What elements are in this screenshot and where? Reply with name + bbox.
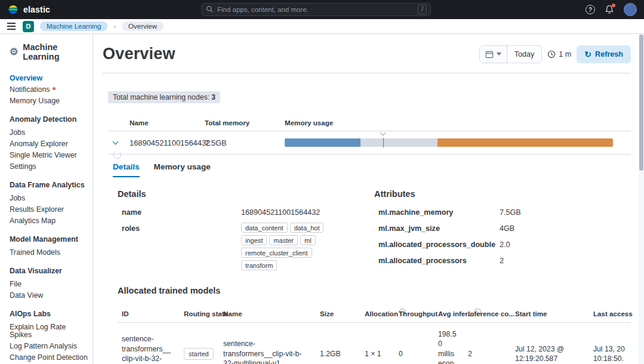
model-id: sentence-transformers__clip-vit-b-32-mul… <box>118 328 180 364</box>
sidebar-title-label: Machine Learning <box>23 42 89 61</box>
col-routing-state[interactable]: Routing state <box>180 306 219 322</box>
attr-term: ml.max_jvm_size <box>374 224 500 233</box>
node-roles: data_content data_hot ingest master ml r… <box>241 223 349 270</box>
user-avatar[interactable] <box>624 3 637 16</box>
role-badge: master <box>269 235 298 245</box>
model-avg-inference: 198.50 milliseconds <box>434 323 464 364</box>
breadcrumb-bar: D Machine Learning › Overview <box>0 19 644 34</box>
col-allocation[interactable]: Allocation <box>360 305 395 322</box>
scrollbar-thumb[interactable] <box>639 35 643 171</box>
model-last-access: Jul 13, 20 10:18:50. <box>589 338 631 364</box>
space-avatar[interactable]: D <box>23 21 34 32</box>
col-last-access[interactable]: Last access <box>589 306 639 322</box>
notifications-icon[interactable] <box>605 5 614 14</box>
attr-term: ml.allocated_processors <box>374 257 500 265</box>
collapse-node-row-button[interactable] <box>108 135 122 150</box>
notifications-unread-dot <box>53 87 56 90</box>
sidebar-item-change-point-detection[interactable]: Change Point Detection <box>10 354 89 362</box>
ml-side-nav: Machine Learning Overview Notifications … <box>0 34 93 364</box>
jvm-limit-marker-icon <box>380 130 386 136</box>
col-size[interactable]: Size <box>316 306 360 322</box>
sidebar-section-anomaly-detection: Anomaly Detection <box>10 115 89 124</box>
sidebar-item-log-pattern-analysis[interactable]: Log Pattern Analysis <box>10 343 89 350</box>
machine-learning-app-icon <box>10 47 18 57</box>
nodes-table-header: Name Total memory Memory usage <box>108 115 631 131</box>
brand-name: elastic <box>23 5 50 14</box>
model-row: sentence-transformers__clip-vit-b-32-mul… <box>118 323 631 364</box>
elastic-logo-icon <box>7 4 19 16</box>
page-title: Overview <box>103 45 175 63</box>
hamburger-menu-icon[interactable] <box>7 26 16 27</box>
refresh-button[interactable]: Refresh <box>577 45 631 63</box>
page-scrollbar <box>639 34 644 364</box>
help-icon[interactable] <box>586 5 595 14</box>
details-heading: Details <box>118 189 374 199</box>
global-header: elastic / <box>0 0 644 19</box>
total-nodes-badge: Total machine learning nodes: 3 <box>108 91 220 103</box>
model-name: sentence-transformers__clip-vit-b-32-mul… <box>219 332 316 364</box>
memory-usage-bar <box>285 138 613 147</box>
details-term-roles: roles <box>118 224 241 270</box>
attr-value: 2.0 <box>500 240 631 249</box>
memory-segment-free <box>360 138 437 147</box>
model-allocation: 1 × 1 <box>360 343 395 364</box>
sidebar-item-single-metric-viewer[interactable]: Single Metric Viewer <box>10 152 89 159</box>
attr-value: 7.5GB <box>500 208 631 217</box>
attr-term: ml.allocated_processors_double <box>374 240 500 249</box>
breadcrumb-separator-icon: › <box>113 23 116 30</box>
col-id[interactable]: ID <box>118 306 180 322</box>
breadcrumb-overview: Overview <box>122 21 164 31</box>
sidebar-section-model-management: Model Management <box>10 235 89 243</box>
sidebar-item-trained-models[interactable]: Trained Models <box>10 249 89 257</box>
jvm-limit-marker-line <box>383 138 384 147</box>
auto-refresh-interval[interactable]: 1 m <box>547 50 571 58</box>
search-shortcut-key: / <box>418 5 427 14</box>
col-total-memory: Total memory <box>205 115 285 131</box>
sidebar-item-dfa-jobs[interactable]: Jobs <box>10 195 89 202</box>
sidebar-item-anomaly-explorer[interactable]: Anomaly Explorer <box>10 140 89 148</box>
sidebar-item-ad-jobs[interactable]: Jobs <box>10 129 89 137</box>
col-avg-inference[interactable]: Avg infer... <box>434 305 464 322</box>
details-panel: Details name 1689045211001564432 roles d… <box>118 189 374 270</box>
model-inference-count: 2 <box>464 343 511 364</box>
col-inference-count[interactable]: Inference co... <box>464 306 511 322</box>
attr-value: 4GB <box>500 224 631 233</box>
sidebar-item-analytics-map[interactable]: Analytics Map <box>10 217 89 225</box>
sidebar-item-file[interactable]: File <box>10 280 89 288</box>
sidebar-title: Machine Learning <box>10 42 89 61</box>
model-start-time: Jul 12, 2023 @ 12:19:20.587 <box>511 338 589 364</box>
elastic-logo[interactable]: elastic <box>7 4 50 16</box>
calendar-icon <box>485 50 494 58</box>
node-detail-tabs: Details Memory usage <box>113 162 631 177</box>
memory-segment-other <box>437 138 613 147</box>
sidebar-item-results-explorer[interactable]: Results Explorer <box>10 206 89 214</box>
sidebar-item-data-view[interactable]: Data View <box>10 292 89 300</box>
attributes-panel: Attributes ml.machine_memory 7.5GB ml.ma… <box>374 189 631 270</box>
overview-page: Overview Today <box>93 34 644 364</box>
role-badge: data_hot <box>290 223 324 233</box>
breadcrumb-machine-learning[interactable]: Machine Learning <box>40 21 107 31</box>
col-throughput[interactable]: Throughput <box>395 306 434 322</box>
chevron-down-icon <box>112 139 118 145</box>
sidebar-item-explain-log-rate-spikes[interactable]: Explain Log Rate Spikes <box>10 323 89 339</box>
models-table: ID Routing state Name Size Allocation Th… <box>118 305 631 364</box>
model-throughput: 0 <box>395 343 434 364</box>
col-model-name[interactable]: Name <box>219 306 316 322</box>
col-memory-usage: Memory usage <box>285 115 631 131</box>
sidebar-item-overview[interactable]: Overview <box>10 75 89 82</box>
details-term-name: name <box>118 208 241 217</box>
date-quick-menu-button[interactable] <box>480 46 507 63</box>
sidebar-item-memory-usage[interactable]: Memory Usage <box>10 97 89 105</box>
tab-memory-usage[interactable]: Memory usage <box>154 162 211 177</box>
sidebar-item-settings[interactable]: Settings <box>10 163 89 171</box>
tab-details[interactable]: Details <box>113 162 140 177</box>
auto-refresh-interval-label: 1 m <box>559 50 571 58</box>
attr-value: 2 <box>500 257 631 265</box>
search-input[interactable] <box>201 3 431 16</box>
routing-state-badge: started <box>184 348 214 360</box>
col-start-time[interactable]: Start time <box>511 306 589 322</box>
sidebar-section-aiops-labs: AIOps Labs <box>10 310 89 318</box>
role-badge: ingest <box>241 235 267 245</box>
sidebar-item-notifications[interactable]: Notifications <box>10 86 89 94</box>
date-range-today[interactable]: Today <box>507 50 542 58</box>
